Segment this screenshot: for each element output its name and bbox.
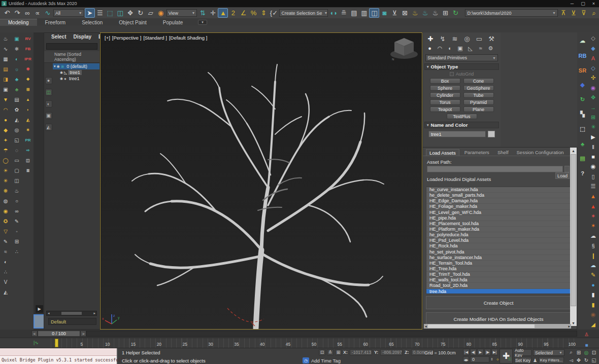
rays-icon[interactable]: ✳ <box>1 175 10 186</box>
create-selection-set-dropdown[interactable]: Create Selection Se▼ <box>279 9 328 17</box>
modify-tab-icon[interactable]: ↯ <box>437 34 448 43</box>
eye-icon[interactable]: ◉ <box>57 64 60 68</box>
primitive-button[interactable]: Box <box>430 78 460 84</box>
create-object-button[interactable]: Create Object <box>426 296 571 309</box>
systems-cat-icon[interactable]: ⚙ <box>486 44 495 52</box>
render-production-icon[interactable]: ♨ <box>410 8 420 18</box>
hda-list-item[interactable]: HE_Tree.hda <box>426 266 571 272</box>
motion-tab-icon[interactable]: ◎ <box>461 34 473 43</box>
import-folder-icon[interactable]: ⊼ <box>558 8 569 18</box>
monitor-play-icon[interactable]: ▢ <box>12 165 21 175</box>
minimize-button[interactable]: ─ <box>571 1 574 6</box>
snap-toggle-icon[interactable]: ▲ <box>218 8 228 18</box>
primitive-button[interactable]: Torus <box>430 99 460 105</box>
maximize-button[interactable]: ▢ <box>581 1 585 6</box>
hda-list[interactable]: he_curve_instancer.hdahe_delete_small_pa… <box>426 187 571 294</box>
hemisphere-icon[interactable]: ◗ <box>23 104 32 115</box>
orbit-icon[interactable]: ↻ <box>583 356 590 363</box>
render-setup-icon[interactable]: ⊻ <box>389 8 400 18</box>
select-object-icon[interactable]: ➤ <box>85 8 95 18</box>
balloon-light-icon[interactable]: ◯ <box>1 155 10 165</box>
displace-icon[interactable]: ≈ <box>1 246 10 257</box>
name-and-color-rollout-header[interactable]: ▾Name and Color <box>424 122 499 128</box>
listener-output-line[interactable]: Quixel Bridge Plugin v5.3.1 started succ… <box>0 356 117 364</box>
cloud-preset-icon[interactable]: ☁ <box>589 261 598 270</box>
play-button[interactable]: ▶ <box>477 349 484 355</box>
flame-preset-icon[interactable]: ▲ <box>589 201 598 211</box>
burst-preset-icon[interactable]: ✶ <box>589 221 598 231</box>
vray-fb-icon[interactable]: ▦ <box>1 54 10 64</box>
hda-list-item[interactable]: HE_Level_gen_WFC.hda <box>426 210 571 215</box>
named-selection-filter-dropdown[interactable]: All▼ <box>53 9 84 17</box>
sun-light-icon[interactable]: ☀ <box>1 165 10 175</box>
autogrid-checkbox[interactable]: AutoGrid <box>424 70 499 78</box>
link-icon[interactable]: ∞ <box>22 8 32 18</box>
houdini-tab[interactable]: Parameters <box>461 149 492 156</box>
pan-icon[interactable]: ✥ <box>575 356 582 363</box>
pr-export-icon[interactable]: ⇨ <box>23 145 32 155</box>
cone-icon[interactable]: ▲ <box>23 94 32 104</box>
explosion-preset-icon[interactable]: ✶ <box>589 211 598 221</box>
vray-ipr-icon[interactable]: IPR <box>23 54 32 64</box>
rect-select-icon[interactable]: ⬚ <box>105 8 115 18</box>
fire-preset-icon[interactable]: ▲ <box>589 192 598 201</box>
fur-icon[interactable]: ✎ <box>1 236 10 246</box>
clapboard-icon[interactable]: ◨ <box>1 74 10 84</box>
refresh-icon[interactable]: ↻ <box>450 8 460 18</box>
object-type-rollout-header[interactable]: ▾Object Type <box>424 63 499 70</box>
undo-icon[interactable]: ↶ <box>2 8 12 18</box>
knot-icon[interactable]: ∞ <box>12 206 21 216</box>
drop-plugin-icon[interactable]: ◆ <box>578 78 587 92</box>
viewport-label-segment[interactable]: [Perspective ] <box>112 35 142 41</box>
browse-button[interactable] <box>564 166 570 172</box>
move-icon[interactable]: ✥ <box>125 8 136 18</box>
display-tab-icon[interactable]: ▭ <box>474 34 485 43</box>
sand-preset-icon[interactable]: ◢ <box>589 320 598 330</box>
asset-book-icon[interactable]: ▤ <box>1 64 10 74</box>
sphere-fade-icon[interactable]: ◐ <box>1 257 10 267</box>
proxy-icon[interactable]: ✪ <box>1 216 10 226</box>
filter-layers-icon[interactable]: ◫ <box>45 89 52 96</box>
forest-pack-icon[interactable]: ♣ <box>578 136 587 151</box>
hda-list-item[interactable]: he_curve_instancer.hda <box>426 187 571 193</box>
explorer-menu[interactable]: Display <box>70 34 94 42</box>
houdini-tab[interactable]: Shelf <box>494 149 512 156</box>
ribbon-tab[interactable]: Selection <box>74 19 111 26</box>
hda-list-item[interactable]: HE_Terrain_Tool.hda <box>426 261 571 266</box>
explorer-menu[interactable]: Select <box>48 34 69 42</box>
viewport-label-segment[interactable]: [+] <box>105 35 110 41</box>
smoke-preset-icon[interactable]: ☁ <box>589 231 598 240</box>
bind-spacewarp-icon[interactable]: ∿ <box>43 8 53 18</box>
log-doc-icon[interactable]: ≣ <box>23 165 32 175</box>
current-frame-field[interactable]: 0 <box>470 356 489 362</box>
vray-teapot-icon[interactable]: ♨ <box>1 33 10 44</box>
filter-all-icon[interactable]: ● <box>45 77 52 84</box>
rotate-icon[interactable]: ↻ <box>136 8 146 18</box>
toolbar-dots-icon[interactable]: ∴ <box>1 267 10 277</box>
vray-v-icon[interactable]: V <box>1 277 10 287</box>
pr-render-icon[interactable]: PR <box>23 135 32 145</box>
scene-explorer-icon[interactable]: ◫ <box>369 8 379 18</box>
mesh-light-icon[interactable]: ◆ <box>1 125 10 135</box>
hda-list-item[interactable]: HE_TrimT_Tool.hda <box>426 272 571 277</box>
disc-light-icon[interactable]: ◍ <box>1 196 10 206</box>
hda-list-item[interactable]: HE_walls_tool.hda <box>426 277 571 283</box>
forest-icon[interactable]: ♣ <box>12 74 21 84</box>
doc-green-icon[interactable]: ▤ <box>578 151 587 166</box>
load-button[interactable]: Load <box>555 172 570 179</box>
fan-icon[interactable]: ✣ <box>589 73 598 83</box>
plane-gizmo-icon[interactable]: ▽ <box>1 226 10 236</box>
ribbon-tab[interactable]: Populate <box>155 19 191 26</box>
time-slider-thumb[interactable]: 0 / 100 <box>38 331 80 337</box>
vray-rv-icon[interactable]: RV <box>23 33 32 44</box>
filter-cameras-icon[interactable]: ▣ <box>45 112 52 119</box>
named-sets-icon[interactable]: {✓ <box>269 8 279 18</box>
sim-restart-icon[interactable]: ◉ <box>589 162 598 171</box>
filter-lights-icon[interactable]: ◐ <box>45 100 52 107</box>
sphere-gizmo-icon[interactable]: ◉ <box>1 206 10 216</box>
isolate-toggle-icon[interactable]: ⊡ <box>319 349 325 355</box>
hda-list-item[interactable]: he_polyreduce.hda <box>426 232 571 238</box>
vray-spline-icon[interactable]: ∿ <box>1 44 10 54</box>
expand-arrow-icon[interactable]: ▾ <box>54 64 56 68</box>
ribbon-tab[interactable]: Modeling <box>0 19 37 26</box>
